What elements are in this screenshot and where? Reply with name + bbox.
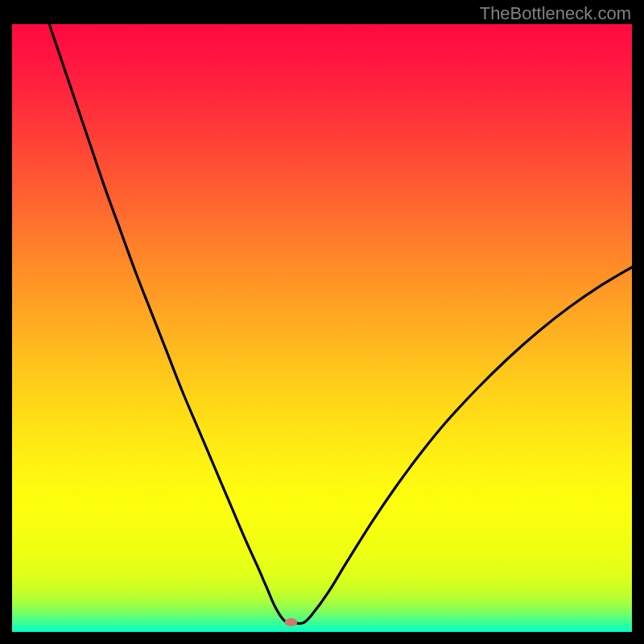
chart-frame [12, 24, 632, 632]
optimum-marker [285, 618, 298, 626]
bottleneck-chart [12, 24, 632, 632]
watermark-label: TheBottleneck.com [480, 3, 631, 24]
gradient-background [12, 24, 632, 632]
